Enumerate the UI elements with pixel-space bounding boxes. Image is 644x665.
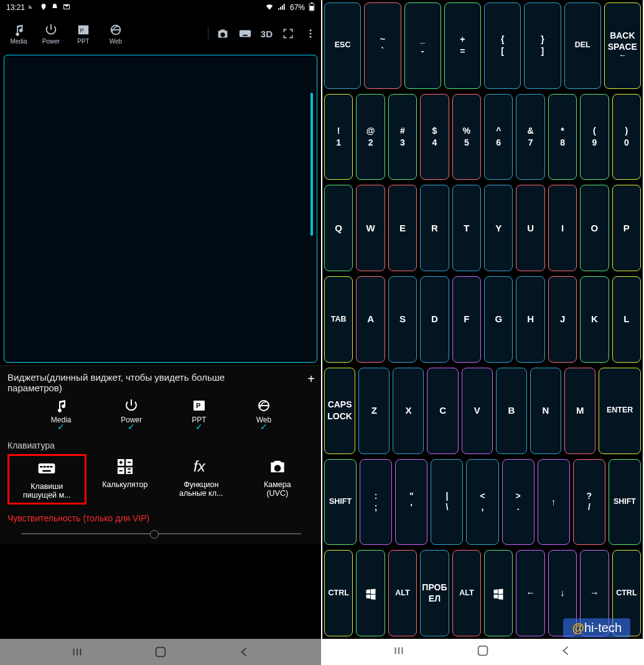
keyboard-row: Клавиши пишущей м... Калькулятор fx Функ… — [7, 454, 315, 505]
key-:;[interactable]: :; — [360, 459, 392, 546]
camera-icon[interactable] — [216, 27, 230, 40]
key-{[[interactable]: {[ — [484, 2, 521, 89]
key-?/[interactable]: ?/ — [573, 459, 605, 546]
check-icon: ✓ — [128, 422, 135, 432]
key-l[interactable]: L — [612, 276, 641, 363]
key-)0[interactable]: )0 — [612, 94, 641, 180]
nav-recent-r[interactable] — [392, 644, 406, 660]
nav-home[interactable] — [154, 645, 167, 659]
key-!1[interactable]: !1 — [324, 94, 353, 180]
key-~`[interactable]: ~` — [364, 2, 401, 89]
key-capslock[interactable]: CAPSLOCK — [324, 368, 355, 454]
key-ctrl[interactable]: CTRL — [324, 550, 353, 636]
key-backspace←[interactable]: BACKSPACE← — [604, 2, 641, 89]
key-"'[interactable]: "' — [395, 459, 427, 546]
key-u[interactable]: U — [516, 185, 544, 271]
key-n[interactable]: N — [530, 368, 561, 454]
key->.[interactable]: >. — [502, 459, 534, 546]
widget-media[interactable]: Media ✓ — [51, 398, 72, 424]
widget-web[interactable]: Web ✓ — [256, 398, 271, 424]
key-z[interactable]: Z — [358, 368, 390, 454]
toolbar-ppt[interactable]: P PPT — [68, 23, 98, 45]
kbd-typewriter[interactable]: Клавиши пишущей м... — [7, 454, 86, 505]
3d-button[interactable]: 3D — [261, 29, 273, 39]
key-(9[interactable]: (9 — [580, 94, 609, 180]
nav-bar-left — [0, 639, 321, 665]
key-+=[interactable]: += — [444, 2, 481, 89]
key-y[interactable]: Y — [484, 185, 513, 271]
nav-back-r[interactable] — [559, 644, 573, 660]
key-k[interactable]: K — [580, 276, 609, 363]
key-m[interactable]: M — [564, 368, 595, 454]
nav-recent[interactable] — [70, 645, 84, 659]
nav-back[interactable] — [238, 645, 251, 659]
key-_-[interactable]: _- — [404, 2, 441, 89]
svg-rect-16 — [40, 466, 43, 468]
key-shift[interactable]: SHIFT — [324, 459, 357, 546]
widgets-title: Виджеты(длинный виджет, чтобы увидеть бо… — [7, 372, 281, 393]
key-h[interactable]: H — [516, 276, 544, 363]
sensitivity-slider[interactable] — [21, 533, 301, 534]
widget-ppt[interactable]: P PPT ✓ — [192, 398, 207, 424]
key-v[interactable]: V — [462, 368, 493, 454]
fullscreen-icon[interactable] — [281, 27, 295, 40]
key-пробел[interactable]: ПРОБЕЛ — [420, 550, 449, 636]
vip-sensitivity[interactable]: Чувствительность (только для VIP) — [7, 513, 315, 523]
key-i[interactable]: I — [548, 185, 577, 271]
key-^6[interactable]: ^6 — [484, 94, 513, 180]
key-⊞[interactable] — [356, 550, 385, 636]
key-o[interactable]: O — [580, 185, 609, 271]
key-enter[interactable]: ENTER — [599, 368, 641, 454]
add-widget-button[interactable]: + — [307, 372, 315, 386]
key-&7[interactable]: &7 — [516, 94, 544, 180]
key-d[interactable]: D — [420, 276, 449, 363]
key-c[interactable]: C — [427, 368, 458, 454]
key-b[interactable]: B — [496, 368, 527, 454]
key-shift[interactable]: SHIFT — [609, 459, 641, 546]
key-#3[interactable]: #3 — [388, 94, 417, 180]
key-←[interactable]: ← — [516, 550, 544, 636]
key-w[interactable]: W — [356, 185, 385, 271]
kbd-camera[interactable]: Камера (UVC) — [240, 454, 315, 505]
key-p[interactable]: P — [612, 185, 641, 271]
key-a[interactable]: A — [356, 276, 385, 363]
key-@2[interactable]: @2 — [356, 94, 385, 180]
key-q[interactable]: Q — [324, 185, 353, 271]
svg-point-10 — [310, 36, 312, 38]
key-<,[interactable]: <, — [466, 459, 498, 546]
nav-home-r[interactable] — [476, 644, 490, 660]
keyboard-icon[interactable] — [238, 27, 252, 40]
key-e[interactable]: E — [388, 185, 417, 271]
key-↑[interactable]: ↑ — [538, 459, 570, 546]
key-f[interactable]: F — [452, 276, 481, 363]
key-$4[interactable]: $4 — [420, 94, 449, 180]
toolbar-power[interactable]: Power — [36, 23, 66, 45]
kbd-calculator[interactable]: Калькулятор — [88, 454, 163, 505]
key-alt[interactable]: ALT — [388, 550, 417, 636]
status-bar: 13:21 67% — [0, 0, 321, 15]
key-r[interactable]: R — [420, 185, 449, 271]
key-esc[interactable]: ESC — [324, 2, 361, 89]
key-%5[interactable]: %5 — [452, 94, 481, 180]
key-⊞[interactable] — [484, 550, 513, 636]
key-del[interactable]: DEL — [564, 2, 601, 89]
touchpad-area[interactable] — [4, 55, 317, 363]
key-*8[interactable]: *8 — [548, 94, 577, 180]
key-alt[interactable]: ALT — [452, 550, 481, 636]
key-|\[interactable]: |\ — [431, 459, 463, 546]
key-x[interactable]: X — [393, 368, 424, 454]
toolbar-media[interactable]: Media — [4, 23, 34, 45]
svg-rect-1 — [310, 6, 314, 10]
key-j[interactable]: J — [548, 276, 577, 363]
toolbar-web[interactable]: Web — [101, 23, 131, 45]
kbd-function[interactable]: fx Функцион альные кл... — [164, 454, 239, 505]
more-icon[interactable] — [304, 27, 317, 40]
key-s[interactable]: S — [388, 276, 417, 363]
music-icon — [12, 23, 26, 37]
key-t[interactable]: T — [452, 185, 481, 271]
key-}][interactable]: }] — [524, 2, 561, 89]
widget-power[interactable]: Power ✓ — [121, 398, 142, 424]
key-tab[interactable]: TAB — [324, 276, 353, 363]
widget-row: Media ✓ Power ✓ P PPT ✓ Web ✓ — [26, 398, 296, 424]
key-g[interactable]: G — [484, 276, 513, 363]
